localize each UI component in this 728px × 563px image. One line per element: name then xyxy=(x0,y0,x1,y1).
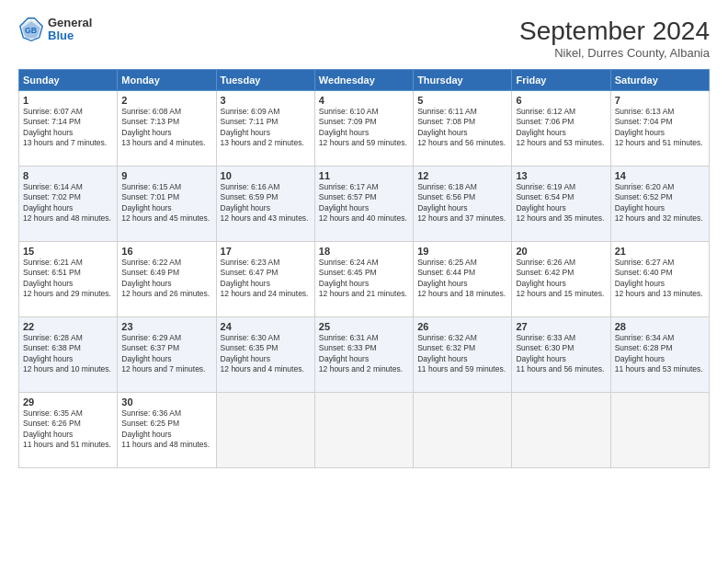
day-detail: Sunrise: 6:25 AM Sunset: 6:44 PM Dayligh… xyxy=(417,258,507,300)
calendar-row: 15 Sunrise: 6:21 AM Sunset: 6:51 PM Dayl… xyxy=(19,242,710,317)
calendar-row: 8 Sunrise: 6:14 AM Sunset: 7:02 PM Dayli… xyxy=(19,167,710,242)
table-row: 8 Sunrise: 6:14 AM Sunset: 7:02 PM Dayli… xyxy=(19,167,118,242)
table-row: 22 Sunrise: 6:28 AM Sunset: 6:38 PM Dayl… xyxy=(19,317,118,393)
day-number: 6 xyxy=(516,95,606,106)
day-detail: Sunrise: 6:13 AM Sunset: 7:04 PM Dayligh… xyxy=(615,107,705,149)
logo: GB General Blue xyxy=(18,17,92,43)
day-number: 12 xyxy=(417,170,507,181)
day-number: 4 xyxy=(319,95,409,106)
table-row: 23 Sunrise: 6:29 AM Sunset: 6:37 PM Dayl… xyxy=(118,317,216,393)
day-number: 30 xyxy=(121,396,211,408)
day-detail: Sunrise: 6:23 AM Sunset: 6:47 PM Dayligh… xyxy=(221,258,311,300)
day-number: 29 xyxy=(23,396,113,408)
day-detail: Sunrise: 6:18 AM Sunset: 6:56 PM Dayligh… xyxy=(417,182,507,224)
day-detail: Sunrise: 6:28 AM Sunset: 6:38 PM Dayligh… xyxy=(23,333,113,375)
day-number: 3 xyxy=(221,95,311,106)
table-row: 3 Sunrise: 6:09 AM Sunset: 7:11 PM Dayli… xyxy=(216,91,314,167)
day-number: 26 xyxy=(417,321,507,332)
calendar-row: 29 Sunrise: 6:35 AM Sunset: 6:26 PM Dayl… xyxy=(19,393,710,468)
table-row: 26 Sunrise: 6:32 AM Sunset: 6:32 PM Dayl… xyxy=(414,317,512,393)
table-row: 4 Sunrise: 6:10 AM Sunset: 7:09 PM Dayli… xyxy=(314,91,413,167)
day-detail: Sunrise: 6:21 AM Sunset: 6:51 PM Dayligh… xyxy=(23,258,113,300)
logo-icon: GB xyxy=(18,17,44,42)
table-row xyxy=(314,393,413,468)
location-subtitle: Nikel, Durres County, Albania xyxy=(519,46,710,60)
day-number: 2 xyxy=(121,95,211,106)
table-row: 24 Sunrise: 6:30 AM Sunset: 6:35 PM Dayl… xyxy=(216,317,314,393)
title-section: September 2024 Nikel, Durres County, Alb… xyxy=(519,17,710,60)
header: GB General Blue September 2024 Nikel, Du… xyxy=(18,17,710,60)
svg-text:GB: GB xyxy=(25,27,37,36)
table-row: 14 Sunrise: 6:20 AM Sunset: 6:52 PM Dayl… xyxy=(610,167,709,242)
day-number: 1 xyxy=(23,95,113,106)
table-row: 20 Sunrise: 6:26 AM Sunset: 6:42 PM Dayl… xyxy=(512,242,610,317)
day-detail: Sunrise: 6:26 AM Sunset: 6:42 PM Dayligh… xyxy=(516,258,606,300)
logo-blue-text: Blue xyxy=(48,29,92,42)
day-detail: Sunrise: 6:14 AM Sunset: 7:02 PM Dayligh… xyxy=(23,182,113,224)
day-number: 19 xyxy=(417,246,507,257)
table-row: 5 Sunrise: 6:11 AM Sunset: 7:08 PM Dayli… xyxy=(414,91,512,167)
table-row: 13 Sunrise: 6:19 AM Sunset: 6:54 PM Dayl… xyxy=(512,167,610,242)
col-monday: Monday xyxy=(118,70,216,91)
day-number: 15 xyxy=(23,246,113,257)
day-detail: Sunrise: 6:16 AM Sunset: 6:59 PM Dayligh… xyxy=(221,182,311,224)
day-number: 7 xyxy=(615,95,705,106)
table-row xyxy=(610,393,709,468)
day-detail: Sunrise: 6:09 AM Sunset: 7:11 PM Dayligh… xyxy=(221,107,311,149)
day-detail: Sunrise: 6:17 AM Sunset: 6:57 PM Dayligh… xyxy=(319,182,409,224)
table-row: 28 Sunrise: 6:34 AM Sunset: 6:28 PM Dayl… xyxy=(610,317,709,393)
day-number: 10 xyxy=(221,170,311,181)
table-row: 15 Sunrise: 6:21 AM Sunset: 6:51 PM Dayl… xyxy=(19,242,118,317)
day-number: 23 xyxy=(121,321,211,332)
day-detail: Sunrise: 6:08 AM Sunset: 7:13 PM Dayligh… xyxy=(121,107,211,149)
day-detail: Sunrise: 6:27 AM Sunset: 6:40 PM Dayligh… xyxy=(615,258,705,300)
calendar-table: Sunday Monday Tuesday Wednesday Thursday… xyxy=(18,69,710,468)
table-row: 30 Sunrise: 6:36 AM Sunset: 6:25 PM Dayl… xyxy=(118,393,216,468)
table-row: 7 Sunrise: 6:13 AM Sunset: 7:04 PM Dayli… xyxy=(610,91,709,167)
day-detail: Sunrise: 6:36 AM Sunset: 6:25 PM Dayligh… xyxy=(121,408,211,451)
col-friday: Friday xyxy=(512,70,610,91)
day-number: 8 xyxy=(23,170,113,181)
table-row: 27 Sunrise: 6:33 AM Sunset: 6:30 PM Dayl… xyxy=(512,317,610,393)
day-detail: Sunrise: 6:29 AM Sunset: 6:37 PM Dayligh… xyxy=(121,333,211,375)
calendar-row: 1 Sunrise: 6:07 AM Sunset: 7:14 PM Dayli… xyxy=(19,91,710,167)
table-row: 9 Sunrise: 6:15 AM Sunset: 7:01 PM Dayli… xyxy=(118,167,216,242)
day-number: 9 xyxy=(121,170,211,181)
logo-text: General Blue xyxy=(48,17,92,43)
day-number: 21 xyxy=(615,246,705,257)
table-row xyxy=(216,393,314,468)
calendar-row: 22 Sunrise: 6:28 AM Sunset: 6:38 PM Dayl… xyxy=(19,317,710,393)
col-saturday: Saturday xyxy=(610,70,709,91)
table-row: 1 Sunrise: 6:07 AM Sunset: 7:14 PM Dayli… xyxy=(19,91,118,167)
day-number: 13 xyxy=(516,170,606,181)
day-number: 16 xyxy=(121,246,211,257)
day-detail: Sunrise: 6:15 AM Sunset: 7:01 PM Dayligh… xyxy=(121,182,211,224)
table-row: 25 Sunrise: 6:31 AM Sunset: 6:33 PM Dayl… xyxy=(314,317,413,393)
day-number: 24 xyxy=(221,321,311,332)
day-detail: Sunrise: 6:19 AM Sunset: 6:54 PM Dayligh… xyxy=(516,182,606,224)
day-detail: Sunrise: 6:35 AM Sunset: 6:26 PM Dayligh… xyxy=(23,408,113,451)
day-detail: Sunrise: 6:33 AM Sunset: 6:30 PM Dayligh… xyxy=(516,333,606,375)
table-row: 12 Sunrise: 6:18 AM Sunset: 6:56 PM Dayl… xyxy=(414,167,512,242)
day-number: 17 xyxy=(221,246,311,257)
day-detail: Sunrise: 6:20 AM Sunset: 6:52 PM Dayligh… xyxy=(615,182,705,224)
day-number: 11 xyxy=(319,170,409,181)
day-number: 20 xyxy=(516,246,606,257)
day-detail: Sunrise: 6:24 AM Sunset: 6:45 PM Dayligh… xyxy=(319,258,409,300)
month-title: September 2024 xyxy=(519,17,710,46)
day-detail: Sunrise: 6:12 AM Sunset: 7:06 PM Dayligh… xyxy=(516,107,606,149)
day-detail: Sunrise: 6:07 AM Sunset: 7:14 PM Dayligh… xyxy=(23,107,113,149)
table-row: 6 Sunrise: 6:12 AM Sunset: 7:06 PM Dayli… xyxy=(512,91,610,167)
day-detail: Sunrise: 6:31 AM Sunset: 6:33 PM Dayligh… xyxy=(319,333,409,375)
day-detail: Sunrise: 6:11 AM Sunset: 7:08 PM Dayligh… xyxy=(417,107,507,149)
day-number: 5 xyxy=(417,95,507,106)
table-row: 2 Sunrise: 6:08 AM Sunset: 7:13 PM Dayli… xyxy=(118,91,216,167)
table-row: 10 Sunrise: 6:16 AM Sunset: 6:59 PM Dayl… xyxy=(216,167,314,242)
col-thursday: Thursday xyxy=(414,70,512,91)
table-row: 21 Sunrise: 6:27 AM Sunset: 6:40 PM Dayl… xyxy=(610,242,709,317)
day-number: 28 xyxy=(615,321,705,332)
table-row: 29 Sunrise: 6:35 AM Sunset: 6:26 PM Dayl… xyxy=(19,393,118,468)
day-number: 18 xyxy=(319,246,409,257)
day-detail: Sunrise: 6:32 AM Sunset: 6:32 PM Dayligh… xyxy=(417,333,507,375)
day-number: 22 xyxy=(23,321,113,332)
